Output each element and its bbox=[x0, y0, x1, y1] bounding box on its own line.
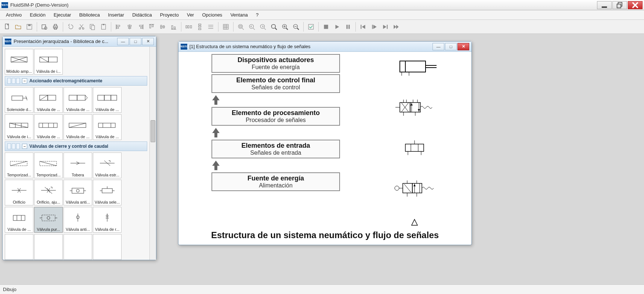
align-top-button[interactable] bbox=[146, 22, 157, 32]
scrollbar-thumb[interactable] bbox=[151, 120, 155, 142]
diagram-canvas[interactable]: Dispositivos actuadores Fuente de energí… bbox=[178, 52, 471, 245]
menu-ventana[interactable]: Ventana bbox=[227, 11, 252, 19]
align-center-h-button[interactable] bbox=[124, 22, 135, 32]
library-titlebar[interactable]: FESTO Presentación jerarquizada - Biblio… bbox=[3, 36, 156, 47]
component-cell[interactable]: Válvula sele... bbox=[93, 180, 122, 205]
menu-help[interactable]: ? bbox=[252, 11, 262, 19]
pause-button[interactable] bbox=[343, 22, 353, 32]
svg-rect-23 bbox=[116, 27, 119, 28]
svg-rect-90 bbox=[69, 95, 77, 100]
component-cell[interactable] bbox=[34, 234, 63, 260]
component-cell[interactable]: Válvula anti... bbox=[64, 207, 92, 233]
library-window[interactable]: FESTO Presentación jerarquizada - Biblio… bbox=[2, 36, 156, 260]
library-scrollbar[interactable] bbox=[149, 47, 156, 260]
collapse-icon[interactable]: − bbox=[22, 144, 27, 149]
collapse-icon[interactable]: − bbox=[22, 78, 27, 83]
component-cell[interactable]: Válvula de ... bbox=[64, 87, 92, 113]
workspace[interactable]: FESTO Presentación jerarquizada - Biblio… bbox=[0, 34, 644, 284]
preview-button[interactable] bbox=[39, 22, 50, 32]
component-cell[interactable]: Válvula de i... bbox=[34, 49, 63, 75]
component-cell[interactable]: Temporizad... bbox=[34, 153, 63, 178]
save-button[interactable] bbox=[24, 22, 35, 32]
component-cell[interactable]: Válvula de ... bbox=[93, 87, 122, 113]
component-cell[interactable]: Válvula de ... bbox=[34, 87, 63, 113]
diagram-close-button[interactable]: ✕ bbox=[457, 43, 469, 50]
component-cell[interactable]: Orificio, aju... bbox=[34, 180, 63, 205]
paste-button[interactable] bbox=[98, 22, 109, 32]
align-bottom-button[interactable] bbox=[169, 22, 179, 32]
zoom-in-button[interactable] bbox=[280, 22, 290, 32]
component-cell[interactable] bbox=[93, 234, 122, 260]
new-button[interactable] bbox=[2, 22, 12, 32]
align-left-button[interactable] bbox=[113, 22, 124, 32]
diagram-titlebar[interactable]: FESTO [1] Estructura de un sistema neumá… bbox=[178, 42, 471, 52]
menu-ejecutar[interactable]: Ejecutar bbox=[50, 11, 75, 19]
svg-line-109 bbox=[10, 161, 27, 166]
first-button[interactable] bbox=[358, 22, 368, 32]
window-close-button[interactable] bbox=[628, 1, 643, 9]
play-button[interactable] bbox=[332, 22, 342, 32]
component-cell[interactable]: Válvula de i... bbox=[5, 114, 33, 140]
menu-insertar[interactable]: Insertar bbox=[104, 11, 128, 19]
category-header[interactable]: − Accionado electromagnéticamente bbox=[5, 76, 147, 86]
print-button[interactable] bbox=[50, 22, 61, 32]
zoom-next-button[interactable] bbox=[258, 22, 268, 32]
distribute-v-button[interactable] bbox=[195, 22, 205, 32]
step-next-button[interactable] bbox=[380, 22, 390, 32]
diagram-maximize-button[interactable]: □ bbox=[445, 43, 457, 50]
menu-edicion[interactable]: Edición bbox=[26, 11, 49, 19]
distribute-h-button[interactable] bbox=[184, 22, 194, 32]
category-header[interactable]: − Válvulas de cierre y control de caudal bbox=[5, 141, 147, 151]
stop-button[interactable] bbox=[321, 22, 331, 32]
window-restore-button[interactable] bbox=[612, 1, 627, 9]
library-minimize-button[interactable]: — bbox=[117, 38, 129, 45]
align-center-v-button[interactable] bbox=[158, 22, 168, 32]
component-cell[interactable]: Válvula pur... bbox=[34, 207, 63, 233]
menu-opciones[interactable]: Opciones bbox=[198, 11, 226, 19]
spacing-button[interactable] bbox=[206, 22, 216, 32]
copy-button[interactable] bbox=[87, 22, 98, 32]
component-cell[interactable]: Válvula estr... bbox=[93, 153, 122, 178]
grid-button[interactable] bbox=[221, 22, 231, 32]
zoom-area-button[interactable] bbox=[269, 22, 279, 32]
undo-button[interactable] bbox=[65, 22, 76, 32]
svg-marker-142 bbox=[212, 161, 220, 170]
cut-button[interactable] bbox=[76, 22, 87, 32]
zoom-fit-button[interactable] bbox=[236, 22, 246, 32]
diagram-window[interactable]: FESTO [1] Estructura de un sistema neumá… bbox=[178, 41, 472, 245]
component-cell[interactable]: Temporizad... bbox=[5, 153, 33, 178]
component-cell[interactable]: Válvula de ... bbox=[5, 207, 33, 233]
component-cell[interactable]: Válvula anti... bbox=[64, 180, 92, 205]
component-cell[interactable] bbox=[5, 234, 33, 260]
component-cell[interactable]: Solenoide d... bbox=[5, 87, 33, 113]
align-right-button[interactable] bbox=[135, 22, 146, 32]
component-cell[interactable]: Módulo amp... bbox=[5, 49, 33, 75]
component-cell[interactable]: Orificio bbox=[5, 180, 33, 205]
check-button[interactable] bbox=[306, 22, 316, 32]
menu-proyecto[interactable]: Proyecto bbox=[156, 11, 182, 19]
component-label: Módulo amp... bbox=[6, 69, 32, 74]
component-cell[interactable]: Válvula de ... bbox=[93, 114, 122, 140]
menu-biblioteca[interactable]: Biblioteca bbox=[76, 11, 104, 19]
open-button[interactable] bbox=[13, 22, 23, 32]
menu-ver[interactable]: Ver bbox=[183, 11, 198, 19]
library-close-button[interactable]: ✕ bbox=[142, 38, 154, 45]
step-play-button[interactable] bbox=[369, 22, 379, 32]
svg-rect-37 bbox=[171, 25, 173, 29]
zoom-out-button[interactable] bbox=[291, 22, 301, 32]
component-cell[interactable]: Válvula de ... bbox=[34, 114, 63, 140]
window-minimize-button[interactable] bbox=[597, 1, 612, 9]
menu-archivo[interactable]: Archivo bbox=[2, 11, 25, 19]
component-cell[interactable]: Válvula de r... bbox=[93, 207, 122, 233]
check-valve-icon bbox=[67, 212, 89, 223]
zoom-prev-button[interactable] bbox=[247, 22, 257, 32]
component-cell[interactable]: Tobera bbox=[64, 153, 92, 178]
library-scroll-area[interactable]: Módulo amp... Válvula de i... − Accionad… bbox=[3, 47, 149, 260]
component-cell[interactable] bbox=[64, 234, 92, 260]
last-button[interactable] bbox=[391, 22, 401, 32]
library-maximize-button[interactable]: □ bbox=[130, 38, 141, 45]
component-cell[interactable]: Válvula de ... bbox=[64, 114, 92, 140]
svg-line-172 bbox=[404, 184, 411, 192]
menu-didactica[interactable]: Didáctica bbox=[129, 11, 155, 19]
diagram-minimize-button[interactable]: — bbox=[433, 43, 444, 50]
